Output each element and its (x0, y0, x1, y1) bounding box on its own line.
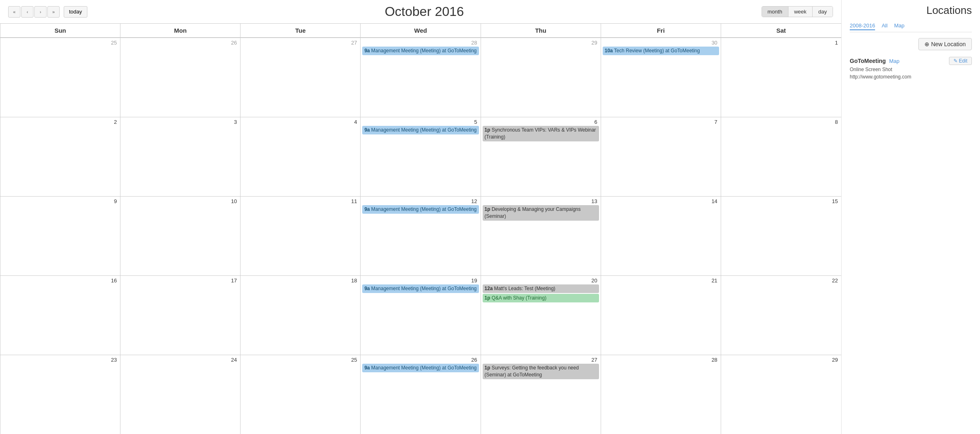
calendar-grid: Sun Mon Tue Wed Thu Fri Sat 252627289a M… (0, 23, 841, 434)
day-number: 8 (723, 119, 840, 125)
calendar-day[interactable]: 21 (601, 276, 721, 355)
calendar-event[interactable]: 1p Surveys: Getting the feedback you nee… (483, 364, 599, 379)
calendar-event[interactable]: 9a Management Meeting (Meeting) at GoToM… (362, 284, 479, 293)
day-number: 29 (723, 357, 840, 363)
edit-icon: ✎ (953, 58, 958, 64)
sidebar: Locations 2008-2016 All Map ⊕ New Locati… (841, 0, 980, 434)
calendar-day[interactable]: 199a Management Meeting (Meeting) at GoT… (361, 276, 481, 355)
nav-forward-far-button[interactable]: » (47, 6, 60, 18)
calendar-day[interactable]: 7 (601, 117, 721, 196)
calendar-day[interactable]: 15 (721, 197, 841, 275)
calendar-day[interactable]: 271p Surveys: Getting the feedback you n… (481, 355, 601, 434)
day-number: 2 (2, 119, 118, 125)
location-entry: GoToMeeting Map ✎ Edit Online Screen Sho… (850, 57, 972, 81)
calendar-day[interactable]: 289a Management Meeting (Meeting) at GoT… (361, 38, 481, 117)
day-number: 3 (122, 119, 238, 125)
location-edit-button[interactable]: ✎ Edit (949, 57, 972, 65)
calendar-event[interactable]: 9a Management Meeting (Meeting) at GoToM… (362, 205, 479, 214)
calendar-day[interactable]: 4 (241, 117, 361, 196)
calendar-event[interactable]: 1p Q&A with Shay (Training) (483, 294, 599, 302)
calendar-event[interactable]: 12a Matt's Leads: Test (Meeting) (483, 284, 599, 293)
tab-all[interactable]: All (882, 22, 887, 30)
day-number: 15 (723, 198, 840, 204)
day-header-tue: Tue (241, 24, 361, 37)
calendar-day[interactable]: 25 (0, 38, 120, 117)
day-number: 25 (2, 40, 118, 46)
calendar-day[interactable]: 9 (0, 197, 120, 275)
calendar-event[interactable]: 1p Synchronous Team VIPs: VARs & VIPs We… (483, 126, 599, 141)
calendar-day[interactable]: 16 (0, 276, 120, 355)
day-number: 25 (242, 357, 359, 363)
calendar-day[interactable]: 29 (481, 38, 601, 117)
day-number: 6 (483, 119, 599, 125)
calendar-day[interactable]: 131p Developing & Managing your Campaign… (481, 197, 601, 275)
day-number: 28 (362, 40, 479, 46)
nav-forward-button[interactable]: › (34, 6, 47, 18)
day-number: 22 (723, 277, 840, 284)
calendar-day[interactable]: 26 (120, 38, 241, 117)
day-number: 13 (483, 198, 599, 204)
calendar-day[interactable]: 2012a Matt's Leads: Test (Meeting)1p Q&A… (481, 276, 601, 355)
day-view-button[interactable]: day (813, 7, 833, 17)
sidebar-tabs: 2008-2016 All Map (850, 22, 972, 32)
day-number: 12 (362, 198, 479, 204)
day-number: 9 (2, 198, 118, 204)
calendar-event[interactable]: 9a Management Meeting (Meeting) at GoToM… (362, 47, 479, 55)
calendar-day[interactable]: 14 (601, 197, 721, 275)
day-number: 27 (483, 357, 599, 363)
calendar-event[interactable]: 9a Management Meeting (Meeting) at GoToM… (362, 126, 479, 134)
day-header-fri: Fri (601, 24, 721, 37)
calendar-week-4: 232425269a Management Meeting (Meeting) … (0, 355, 841, 434)
calendar-day[interactable]: 28 (601, 355, 721, 434)
nav-back-far-button[interactable]: « (8, 6, 20, 18)
calendar-event[interactable]: 9a Management Meeting (Meeting) at GoToM… (362, 364, 479, 372)
edit-label: Edit (959, 58, 967, 64)
calendar-day[interactable]: 27 (241, 38, 361, 117)
calendar-day[interactable]: 22 (721, 276, 841, 355)
calendar-day[interactable]: 25 (241, 355, 361, 434)
today-button[interactable]: today (64, 6, 87, 18)
calendar-day[interactable]: 17 (120, 276, 241, 355)
nav-back-button[interactable]: ‹ (21, 6, 33, 18)
calendar-day[interactable]: 2 (0, 117, 120, 196)
calendar-day[interactable]: 11 (241, 197, 361, 275)
day-number: 18 (242, 277, 359, 284)
calendar-day[interactable]: 269a Management Meeting (Meeting) at GoT… (361, 355, 481, 434)
calendar-event[interactable]: 10a Tech Review (Meeting) at GoToMeeting (603, 47, 719, 55)
calendar-day[interactable]: 24 (120, 355, 241, 434)
day-header-sat: Sat (721, 24, 841, 37)
calendar-week-2: 91011129a Management Meeting (Meeting) a… (0, 197, 841, 276)
day-header-thu: Thu (481, 24, 601, 37)
calendar-day[interactable]: 10 (120, 197, 241, 275)
location-name-row: GoToMeeting Map ✎ Edit (850, 57, 972, 65)
location-map-link[interactable]: Map (889, 58, 899, 64)
day-number: 24 (122, 357, 238, 363)
week-view-button[interactable]: week (788, 7, 813, 17)
tab-map[interactable]: Map (894, 22, 904, 30)
calendar-day[interactable]: 18 (241, 276, 361, 355)
day-number: 29 (483, 40, 599, 46)
day-number: 4 (242, 119, 359, 125)
calendar-day[interactable]: 3 (120, 117, 241, 196)
day-number: 27 (242, 40, 359, 46)
day-number: 16 (2, 277, 118, 284)
calendar-day[interactable]: 3010a Tech Review (Meeting) at GoToMeeti… (601, 38, 721, 117)
calendar-event[interactable]: 1p Developing & Managing your Campaigns … (483, 205, 599, 221)
day-number: 26 (362, 357, 479, 363)
calendar-day[interactable]: 8 (721, 117, 841, 196)
day-header-mon: Mon (120, 24, 241, 37)
calendar-week-0: 252627289a Management Meeting (Meeting) … (0, 38, 841, 117)
calendar-day[interactable]: 59a Management Meeting (Meeting) at GoTo… (361, 117, 481, 196)
calendar-day[interactable]: 61p Synchronous Team VIPs: VARs & VIPs W… (481, 117, 601, 196)
calendar-day[interactable]: 129a Management Meeting (Meeting) at GoT… (361, 197, 481, 275)
day-header-sun: Sun (0, 24, 120, 37)
tab-2008-2016[interactable]: 2008-2016 (850, 22, 875, 30)
calendar-day[interactable]: 29 (721, 355, 841, 434)
new-location-button[interactable]: ⊕ New Location (918, 38, 972, 50)
location-desc-line1: Online Screen Shot (850, 66, 972, 73)
calendar-day[interactable]: 23 (0, 355, 120, 434)
calendar-day[interactable]: 1 (721, 38, 841, 117)
month-view-button[interactable]: month (762, 7, 788, 17)
calendar-body: 252627289a Management Meeting (Meeting) … (0, 38, 841, 434)
day-number: 23 (2, 357, 118, 363)
